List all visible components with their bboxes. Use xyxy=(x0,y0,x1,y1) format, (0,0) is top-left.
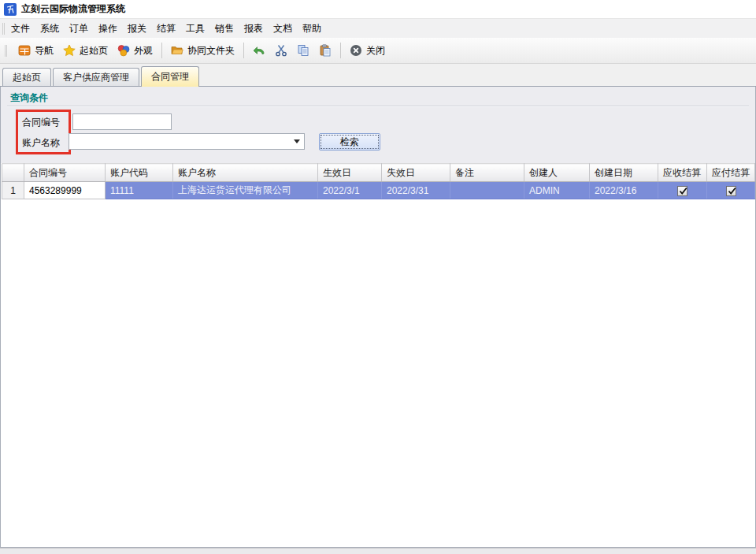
copy-icon xyxy=(297,44,309,57)
combobox-dropdown-button[interactable] xyxy=(290,134,304,149)
toolbar-separator xyxy=(340,43,341,58)
appearance-button[interactable]: 外观 xyxy=(113,41,158,61)
appearance-label: 外观 xyxy=(134,44,153,58)
column-header-contract-no[interactable]: 合同编号 xyxy=(24,164,106,182)
title-bar: 立刻云国际物流管理系统 xyxy=(0,0,756,18)
close-icon xyxy=(350,44,362,57)
menu-help[interactable]: 帮助 xyxy=(302,20,321,37)
grid-header-row: 合同编号 账户代码 账户名称 生效日 失效日 备注 创建人 创建日期 应收结算 … xyxy=(2,164,755,182)
menu-customs[interactable]: 报关 xyxy=(128,20,146,37)
menu-settlement[interactable]: 结算 xyxy=(157,20,176,37)
cell-create-date[interactable]: 2022/3/16 xyxy=(590,182,658,199)
window-title: 立刻云国际物流管理系统 xyxy=(21,2,125,16)
status-strip xyxy=(0,548,756,554)
row-number-cell[interactable]: 1 xyxy=(2,182,24,199)
undo-icon xyxy=(253,44,265,57)
shared-folder-label: 协同文件夹 xyxy=(187,44,235,58)
column-header-create-date[interactable]: 创建日期 xyxy=(590,164,658,182)
menu-tools[interactable]: 工具 xyxy=(186,20,205,37)
appearance-icon xyxy=(117,44,130,57)
section-divider xyxy=(7,106,749,107)
menu-order[interactable]: 订单 xyxy=(69,20,88,37)
toolbar-separator xyxy=(243,43,244,58)
menu-documents[interactable]: 文档 xyxy=(273,20,292,37)
navigation-button[interactable]: 导航 xyxy=(13,41,58,61)
query-conditions-panel: 查询条件 合同编号 账户名称 检索 xyxy=(1,87,755,163)
toolbar: 导航 起始页 外观 协同文件夹 xyxy=(0,38,756,64)
row-selector-corner[interactable] xyxy=(2,164,24,182)
cell-account-code[interactable]: 11111 xyxy=(106,182,173,199)
close-button[interactable]: 关闭 xyxy=(345,41,390,61)
home-page-button[interactable]: 起始页 xyxy=(58,41,113,61)
tab-customer-supplier-management[interactable]: 客户供应商管理 xyxy=(53,68,139,87)
cut-button[interactable] xyxy=(270,41,292,60)
column-header-receivable-settle[interactable]: 应收结算 xyxy=(658,164,707,182)
close-label: 关闭 xyxy=(366,44,385,58)
cell-remark[interactable] xyxy=(450,182,524,199)
menu-system[interactable]: 系统 xyxy=(40,20,59,37)
contract-no-label: 合同编号 xyxy=(22,116,60,129)
cell-effective-date[interactable]: 2022/3/1 xyxy=(318,182,382,199)
star-icon xyxy=(63,44,76,57)
contract-no-input[interactable] xyxy=(72,113,172,130)
toolbar-grip-handle[interactable] xyxy=(5,45,7,57)
menu-sales[interactable]: 销售 xyxy=(215,20,234,37)
chevron-down-icon xyxy=(294,139,300,143)
contract-management-panel: 查询条件 合同编号 账户名称 检索 合同编号 账户代码 账户名称 xyxy=(0,87,756,548)
menu-file[interactable]: 文件 xyxy=(11,20,30,37)
cell-account-name[interactable]: 上海达运货运代理有限公司 xyxy=(173,182,318,199)
account-name-label: 账户名称 xyxy=(22,136,60,150)
cell-payable-settle[interactable] xyxy=(707,182,755,199)
account-name-combobox[interactable] xyxy=(69,133,305,150)
toolbar-separator xyxy=(161,43,162,58)
column-header-expiry-date[interactable]: 失效日 xyxy=(382,164,450,182)
paste-icon xyxy=(319,44,332,57)
column-header-remark[interactable]: 备注 xyxy=(450,164,524,182)
check-icon xyxy=(678,186,688,196)
cell-expiry-date[interactable]: 2022/3/31 xyxy=(382,182,450,199)
column-header-creator[interactable]: 创建人 xyxy=(524,164,590,182)
paste-button[interactable] xyxy=(314,41,336,60)
home-page-label: 起始页 xyxy=(80,44,108,58)
column-header-account-code[interactable]: 账户代码 xyxy=(106,164,173,182)
cell-creator[interactable]: ADMIN xyxy=(524,182,590,199)
tab-contract-management[interactable]: 合同管理 xyxy=(141,66,199,87)
tab-home[interactable]: 起始页 xyxy=(2,68,51,87)
contracts-grid: 合同编号 账户代码 账户名称 生效日 失效日 备注 创建人 创建日期 应收结算 … xyxy=(1,163,755,547)
open-folder-icon xyxy=(171,44,183,57)
column-header-payable-settle[interactable]: 应付结算 xyxy=(707,164,755,182)
app-logo-icon xyxy=(4,3,17,16)
table-row[interactable]: 1 4563289999 11111 上海达运货运代理有限公司 2022/3/1… xyxy=(2,182,755,199)
shared-folder-button[interactable]: 协同文件夹 xyxy=(166,41,239,61)
menubar-grip-handle[interactable] xyxy=(2,23,5,35)
navigation-label: 导航 xyxy=(35,44,54,58)
query-section-title: 查询条件 xyxy=(10,91,48,105)
menu-bar: 文件 系统 订单 操作 报关 结算 工具 销售 报表 文档 帮助 xyxy=(0,18,756,38)
scissors-icon xyxy=(275,44,287,57)
navigation-icon xyxy=(18,44,31,57)
cell-receivable-settle[interactable] xyxy=(658,182,707,199)
search-button[interactable]: 检索 xyxy=(319,133,380,151)
menu-reports[interactable]: 报表 xyxy=(244,20,263,37)
copy-button[interactable] xyxy=(292,41,314,60)
receivable-settle-checkbox-checked[interactable] xyxy=(677,186,687,196)
undo-button[interactable] xyxy=(248,41,270,60)
document-tab-bar: 起始页 客户供应商管理 合同管理 xyxy=(0,64,756,87)
column-header-account-name[interactable]: 账户名称 xyxy=(173,164,318,182)
check-icon xyxy=(727,186,737,196)
cell-contract-no[interactable]: 4563289999 xyxy=(24,182,106,199)
column-header-effective-date[interactable]: 生效日 xyxy=(318,164,382,182)
menu-operation[interactable]: 操作 xyxy=(98,20,117,37)
payable-settle-checkbox-checked[interactable] xyxy=(726,186,736,196)
